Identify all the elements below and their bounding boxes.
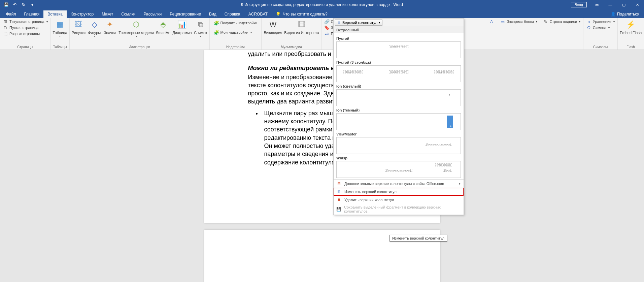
group-label: Flash — [619, 44, 642, 50]
signature-button[interactable]: ✎Строка подписи▾ — [542, 19, 582, 25]
smartart-button[interactable]: ⬘SmartArt — [155, 19, 171, 35]
tab-insert[interactable]: Вставка — [43, 10, 67, 18]
remove-header-button[interactable]: ✖ Удалить верхний колонтитул — [334, 196, 464, 204]
store-icon: 🧩 — [214, 20, 219, 26]
gallery-item-whisp[interactable]: [Имя автора] [Заголовок документа] [Дата… — [336, 161, 461, 178]
page-break-button[interactable]: ⬚Разрыв страницы — [1, 31, 41, 37]
group-symbols: πУравнение▾ ΩСимвол▾ Символы — [583, 18, 618, 50]
picture-icon: 🖼 — [73, 19, 84, 30]
table-button[interactable]: ▦Таблица▾ — [52, 19, 68, 38]
header-dropdown-button[interactable]: 🗏 Верхний колонтитул ▾ — [335, 20, 382, 26]
gallery-item-empty3[interactable]: [Введите текст] [Введите текст] [Введите… — [336, 65, 461, 82]
group-header-footer: A — [486, 18, 497, 50]
textbox-icon: A — [489, 19, 494, 24]
crossref-icon: ⮂ — [324, 31, 330, 36]
gallery-item-viewmaster[interactable]: [Заголовок документа] — [336, 137, 461, 154]
symbol-icon: Ω — [586, 25, 591, 30]
screenshot-button[interactable]: ⧉Снимок▾ — [193, 19, 208, 38]
gallery-item-label: Пустой (3 столбца) — [336, 60, 461, 64]
video-icon: 🎞 — [296, 19, 307, 30]
smartart-icon: ⬘ — [158, 19, 169, 30]
undo-icon[interactable]: ↶ — [11, 1, 19, 9]
gallery-item-ion-light[interactable]: 1 — [336, 89, 461, 106]
shapes-button[interactable]: ◇Фигуры▾ — [87, 19, 102, 38]
save-icon[interactable]: 💾 — [2, 1, 10, 9]
my-addins-button[interactable]: 🧩Мои надстройки▾ — [212, 29, 253, 35]
tab-acrobat[interactable]: ACROBAT — [244, 10, 272, 18]
symbol-button[interactable]: ΩСимвол▾ — [585, 25, 611, 31]
online-video-button[interactable]: 🎞Видео из Интернета — [283, 19, 319, 35]
ribbon-options-icon[interactable]: ▭ — [590, 0, 604, 9]
group-label: Иллюстрации — [71, 44, 208, 50]
tab-design[interactable]: Конструктор — [67, 10, 98, 18]
group-flash: ⚡Embed Flash Flash — [618, 18, 644, 50]
shapes-icon: ◇ — [89, 19, 100, 30]
bookmark-icon: 🔖 — [324, 25, 330, 30]
addins-icon: 🧩 — [214, 30, 219, 35]
redo-icon[interactable]: ↻ — [20, 1, 28, 9]
gallery-section-title: Встроенный — [334, 27, 464, 33]
gallery-item-ion-dark[interactable]: 1 — [336, 113, 461, 130]
lightbulb-icon: 💡 — [276, 12, 281, 17]
tab-help[interactable]: Справка — [221, 10, 244, 18]
tab-view[interactable]: Вид — [205, 10, 221, 18]
table-icon: ▦ — [55, 19, 65, 30]
document-area[interactable]: удалить или преобразовать и пр. Можно ли… — [0, 50, 644, 282]
remove-header-icon: ✖ — [336, 197, 342, 202]
group-illustrations: 🖼Рисунки ◇Фигуры▾ ✦Значки ⬡Трехмерные мо… — [70, 18, 210, 50]
edit-header-button[interactable]: 🗏 Изменить верхний колонтитул — [334, 188, 464, 196]
group-pages: 🗏Титульная страница▾ 🗋Пустая страница ⬚Р… — [0, 18, 51, 50]
quickparts-button[interactable]: ▭Экспресс-блоки▾ — [499, 19, 539, 25]
group-label: Надстройки — [211, 44, 260, 50]
maximize-icon[interactable]: ▢ — [617, 0, 631, 9]
minimize-icon[interactable]: — — [604, 0, 617, 9]
pictures-button[interactable]: 🖼Рисунки — [71, 19, 87, 35]
chart-button[interactable]: 📊Диаграмма — [172, 19, 192, 35]
screenshot-icon: ⧉ — [195, 19, 206, 30]
signature-icon: ✎ — [543, 19, 548, 24]
quick-access-toolbar: 💾 ↶ ↻ ▾ — [0, 1, 36, 9]
3d-models-button[interactable]: ⬡Трехмерные модели▾ — [118, 19, 155, 38]
cover-page-button[interactable]: 🗏Титульная страница▾ — [1, 19, 49, 25]
group-label: Мультимедиа — [263, 44, 319, 50]
tellme-search[interactable]: 💡 Что вы хотите сделать? — [272, 10, 332, 18]
flash-button[interactable]: ⚡Embed Flash — [619, 19, 642, 35]
group-signature: ✎Строка подписи▾ — [540, 18, 583, 50]
tab-home[interactable]: Главная — [20, 10, 44, 18]
gallery-item-label: Whisp — [336, 156, 461, 160]
title-bar: 💾 ↶ ↻ ▾ 9 Инструкция по созданию, редакт… — [0, 0, 644, 9]
group-text: ▭Экспресс-блоки▾ — [497, 18, 540, 50]
close-icon[interactable]: ✕ — [631, 0, 644, 9]
equation-button[interactable]: πУравнение▾ — [585, 19, 616, 25]
share-icon: 👤 — [611, 12, 616, 17]
quickparts-icon: ▭ — [500, 19, 505, 24]
get-addins-button[interactable]: 🧩Получить надстройки — [212, 20, 259, 26]
icons-button[interactable]: ✦Значки — [102, 19, 117, 35]
save-selection-button: 💾 Сохранить выделенный фрагмент в коллек… — [334, 204, 464, 215]
window-title: 9 Инструкция по созданию, редактированию… — [241, 2, 403, 7]
tab-review[interactable]: Рецензирование — [166, 10, 205, 18]
textbox-button[interactable]: A — [487, 19, 496, 25]
share-button[interactable]: 👤 Поделиться — [606, 10, 644, 18]
group-tables: ▦Таблица▾ Таблицы — [51, 18, 70, 50]
flash-icon: ⚡ — [625, 19, 636, 30]
save-gallery-icon: 💾 — [336, 207, 341, 212]
gallery-item-label: Ion (светлый) — [336, 84, 461, 88]
blank-page-button[interactable]: 🗋Пустая страница — [1, 25, 40, 31]
tab-layout[interactable]: Макет — [98, 10, 117, 18]
more-headers-button[interactable]: ⊞ Дополнительные верхние колонтитулы с с… — [334, 180, 464, 188]
ribbon-tabs: Файл Главная Вставка Конструктор Макет С… — [0, 9, 644, 18]
header-icon: 🗏 — [337, 21, 341, 25]
qat-customize-icon[interactable]: ▾ — [28, 1, 36, 9]
tab-file[interactable]: Файл — [2, 10, 20, 18]
tab-references[interactable]: Ссылки — [117, 10, 139, 18]
edit-header-icon: 🗏 — [336, 189, 342, 194]
group-label: Таблицы — [52, 44, 68, 50]
header-gallery-dropdown: 🗏 Верхний колонтитул ▾ Встроенный Пустой… — [333, 18, 464, 215]
gallery-item-empty[interactable]: [Введите текст] — [336, 41, 461, 58]
office-icon: ⊞ — [336, 181, 342, 186]
cube-icon: ⬡ — [131, 19, 142, 30]
tab-mailings[interactable]: Рассылки — [139, 10, 166, 18]
login-button[interactable]: Вход — [571, 2, 587, 7]
wikipedia-button[interactable]: WВикипедия — [263, 19, 283, 35]
